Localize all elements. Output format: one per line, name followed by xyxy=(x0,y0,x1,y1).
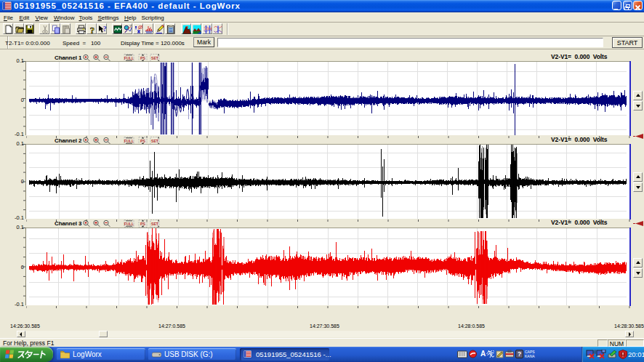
svg-text:FULL: FULL xyxy=(124,56,134,60)
svg-text:SET: SET xyxy=(151,222,159,226)
svg-text:PS: PS xyxy=(140,222,145,226)
svg-text:FULL: FULL xyxy=(124,139,134,143)
svg-text:PS: PS xyxy=(140,56,145,60)
svg-text:?: ? xyxy=(518,350,521,358)
svg-text:SET: SET xyxy=(151,56,159,60)
svg-text:FULL: FULL xyxy=(124,222,134,226)
svg-text:SET: SET xyxy=(151,139,159,143)
svg-text:?: ? xyxy=(103,25,107,33)
svg-text:?: ? xyxy=(89,25,94,34)
svg-text:PS: PS xyxy=(140,139,145,143)
